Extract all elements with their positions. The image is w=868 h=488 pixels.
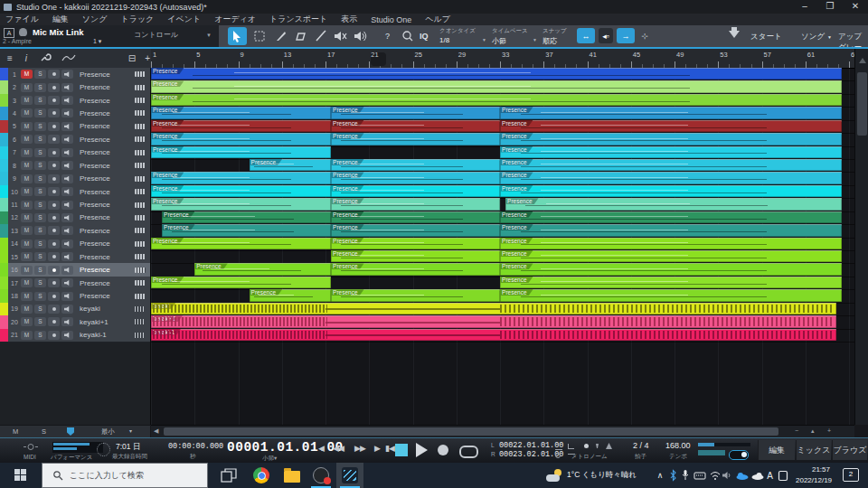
scroll-left-icon[interactable]: ◀ xyxy=(154,427,158,435)
track-row[interactable]: 12MSPresence xyxy=(0,211,150,225)
rewind-button[interactable]: ◀◀ xyxy=(333,444,344,453)
clip[interactable]: Presence xyxy=(331,263,500,275)
loop-button[interactable] xyxy=(459,446,478,458)
split-tool-button[interactable] xyxy=(271,27,290,45)
monitor-button[interactable] xyxy=(61,213,73,222)
minimize-button[interactable]: – xyxy=(792,0,817,14)
taskbar-clock[interactable]: 21:57 2022/12/19 xyxy=(796,465,830,486)
clip[interactable]: Presence xyxy=(250,159,331,171)
solo-button[interactable]: S xyxy=(34,96,46,105)
track-lane[interactable]: Presence xyxy=(151,94,854,108)
clip[interactable]: Presence xyxy=(500,172,842,183)
clip[interactable]: Presence xyxy=(331,185,500,197)
track-row[interactable]: 2MSPresence xyxy=(0,80,150,94)
return-to-zero-button[interactable]: ▮◀ xyxy=(385,444,394,453)
clip[interactable]: Presence xyxy=(500,250,842,262)
global-mute-button[interactable]: M xyxy=(13,427,18,436)
task-view-button[interactable] xyxy=(215,463,242,488)
monitor-button[interactable] xyxy=(61,331,73,340)
mute-button[interactable]: M xyxy=(21,278,33,287)
solo-button[interactable]: S xyxy=(34,174,46,183)
clip[interactable]: Presence xyxy=(500,224,842,236)
mix-view-button[interactable]: ミックス xyxy=(796,440,831,460)
ime-indicator[interactable]: A xyxy=(765,463,775,488)
mute-button[interactable]: M xyxy=(21,213,33,222)
clip[interactable]: Presence xyxy=(331,133,500,145)
mute-tool-button[interactable] xyxy=(331,27,350,45)
loop-end-value[interactable]: 00023.02.01.00 xyxy=(499,450,563,459)
track-menu-icon[interactable]: ≡ xyxy=(7,53,13,63)
record-arm-button[interactable] xyxy=(48,292,60,301)
track-lane[interactable]: PresencePresence xyxy=(151,277,854,290)
clip[interactable]: Presence xyxy=(331,224,500,236)
track-lane[interactable]: PresencePresencePresence xyxy=(151,172,854,185)
track-lane[interactable]: PresencePresencePresence xyxy=(151,238,854,251)
track-lane[interactable]: PresencePresencePresence xyxy=(151,159,854,173)
paint-tool-button[interactable] xyxy=(311,27,330,45)
play-button[interactable] xyxy=(416,443,428,457)
clip[interactable]: Presence xyxy=(194,263,331,275)
clip[interactable]: keyaki+1 xyxy=(151,315,836,327)
menu-item[interactable]: ファイル xyxy=(5,14,39,25)
track-lane[interactable]: PresencePresencePresence xyxy=(151,289,854,303)
menu-item[interactable]: トランスポート xyxy=(269,14,327,25)
solo-button[interactable]: S xyxy=(34,135,46,144)
maximize-button[interactable]: ❐ xyxy=(817,0,843,14)
clip[interactable]: Presence xyxy=(500,277,842,288)
solo-button[interactable]: S xyxy=(34,331,46,340)
range-tool-button[interactable] xyxy=(250,27,269,45)
clip[interactable]: Presence xyxy=(151,185,331,197)
solo-button[interactable]: S xyxy=(34,83,46,92)
clip[interactable]: Presence xyxy=(151,107,331,118)
clip[interactable]: Presence xyxy=(162,211,331,223)
taskbar-search-input[interactable]: ここに入力して検索 xyxy=(42,463,208,488)
monitor-button[interactable] xyxy=(61,187,73,196)
track-list-options-icon[interactable]: ⊟ xyxy=(128,53,136,63)
shield-icon[interactable] xyxy=(67,427,74,436)
monitor-button[interactable] xyxy=(61,266,73,275)
performance-meter[interactable] xyxy=(52,442,103,453)
tempo-value[interactable]: 168.00 xyxy=(665,441,691,450)
mute-button[interactable]: M xyxy=(21,70,33,79)
onedrive-icon[interactable] xyxy=(735,463,750,488)
menu-item[interactable]: Studio One xyxy=(371,15,411,24)
zoom-out-icon[interactable]: − xyxy=(795,427,798,434)
zoom-in-icon[interactable]: + xyxy=(827,427,831,434)
track-row[interactable]: 5MSPresence xyxy=(0,120,150,134)
monitor-button[interactable] xyxy=(61,278,73,287)
clip[interactable]: Presence xyxy=(151,172,331,183)
monitor-button[interactable] xyxy=(61,161,73,170)
clip[interactable]: Presence xyxy=(151,133,331,145)
main-time-display[interactable]: 00001.01.01.00 xyxy=(227,440,344,455)
mute-button[interactable]: M xyxy=(21,187,33,196)
solo-button[interactable]: S xyxy=(34,317,46,326)
record-arm-button[interactable] xyxy=(48,239,60,249)
track-row[interactable]: 15MSPresence xyxy=(0,250,150,264)
inspector-icon[interactable]: i xyxy=(25,53,27,63)
record-arm-button[interactable] xyxy=(48,96,60,105)
record-arm-button[interactable] xyxy=(48,266,60,275)
solo-button[interactable]: S xyxy=(34,266,46,275)
record-arm-button[interactable] xyxy=(48,187,60,196)
solo-button[interactable]: S xyxy=(34,252,46,261)
solo-button[interactable]: S xyxy=(34,148,46,157)
chevron-down-icon[interactable]: ▼ xyxy=(206,33,212,38)
clip[interactable]: Presence xyxy=(151,146,331,158)
record-arm-button[interactable] xyxy=(48,317,60,326)
clip[interactable]: Presence xyxy=(151,120,331,132)
iq-button[interactable]: IQ xyxy=(420,32,429,41)
device-panel[interactable]: A Mic Mix Link 2 - Ampire 1 ▾ コントロール ▼ xyxy=(0,25,219,47)
gear-icon[interactable] xyxy=(555,453,561,458)
track-row[interactable]: 14MSPresence xyxy=(0,238,150,251)
clip[interactable]: Presence xyxy=(500,185,842,197)
time-signature-value[interactable]: 2 / 4 xyxy=(633,441,649,450)
track-lane[interactable]: PresencePresencePresence xyxy=(151,185,854,199)
solo-button[interactable]: S xyxy=(34,239,46,249)
loop-start-value[interactable]: 00022.01.01.00 xyxy=(499,441,563,450)
clip[interactable]: Presence xyxy=(500,120,842,132)
track-lane[interactable]: PresencePresencePresence xyxy=(151,224,854,238)
mute-button[interactable]: M xyxy=(21,292,33,301)
record-arm-button[interactable] xyxy=(48,331,60,340)
monitor-button[interactable] xyxy=(61,252,73,261)
explorer-taskbar-button[interactable] xyxy=(278,463,306,488)
